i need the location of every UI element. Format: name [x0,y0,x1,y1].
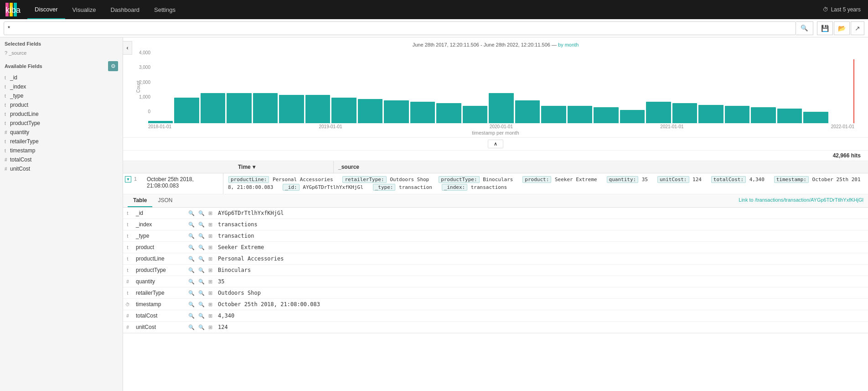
chart-bar[interactable] [725,106,749,123]
detail-filter-exclude-btn[interactable]: 🔍 [197,221,206,228]
detail-filter-include-btn[interactable]: 🔍 [187,290,196,297]
share-button[interactable]: ↗ [851,21,864,35]
chart-collapse-button[interactable]: ∧ [488,140,503,148]
detail-table: t _id 🔍 🔍 ⊞ AYGp6TDrTtlhYxfKHjGl t _inde… [123,208,868,333]
sidebar-field-productType[interactable]: tproductType [0,119,123,128]
sidebar-field-_index[interactable]: t_index [0,82,123,91]
chart-bar[interactable] [384,100,408,123]
nav-dashboard[interactable]: Dashboard [103,0,147,19]
sidebar-field-productLine[interactable]: tproductLine [0,109,123,119]
detail-filter-exclude-btn[interactable]: 🔍 [197,255,206,262]
detail-filter-exclude-btn[interactable]: 🔍 [197,301,206,308]
field-name-label: _id [10,74,17,81]
search-input[interactable] [4,21,796,35]
search-button[interactable]: 🔍 [796,21,813,35]
detail-filter-include-btn[interactable]: 🔍 [187,221,196,228]
detail-toggle-column-btn[interactable]: ⊞ [207,313,214,319]
sidebar-field-_type[interactable]: t_type [0,91,123,100]
sidebar-field-retailerType[interactable]: tretailerType [0,137,123,146]
sidebar-field-quantity[interactable]: #quantity [0,128,123,137]
chart-bar[interactable] [541,106,566,123]
chart-bar[interactable] [698,105,723,123]
detail-link[interactable]: Link to /transactions/transaction/AYGp6T… [739,194,863,207]
sidebar-field-totalCost[interactable]: #totalCost [0,155,123,164]
tab-table[interactable]: Table [128,194,152,207]
nav-settings[interactable]: Settings [147,0,183,19]
detail-filter-exclude-btn[interactable]: 🔍 [197,278,206,285]
detail-filter-exclude-btn[interactable]: 🔍 [197,313,206,319]
detail-filter-exclude-btn[interactable]: 🔍 [197,324,206,331]
detail-filter-include-btn[interactable]: 🔍 [187,255,196,262]
detail-filter-include-btn[interactable]: 🔍 [187,301,196,308]
load-button[interactable]: 📂 [834,21,850,35]
chart-collapse-area: ∧ [123,138,868,151]
detail-filter-exclude-btn[interactable]: 🔍 [197,233,206,240]
sidebar-field-unitCost[interactable]: #unitCost [0,164,123,173]
sidebar-field-_id[interactable]: t_id [0,73,123,82]
detail-filter-exclude-btn[interactable]: 🔍 [197,244,206,251]
detail-toggle-column-btn[interactable]: ⊞ [207,244,214,251]
chart-bar[interactable] [436,103,461,123]
chart-bar[interactable] [463,106,487,123]
chart-bar[interactable] [253,93,278,123]
chart-bar[interactable] [148,121,173,123]
chart-bar[interactable] [646,102,671,123]
detail-toggle-column-btn[interactable]: ⊞ [207,278,214,285]
detail-toggle-column-btn[interactable]: ⊞ [207,324,214,331]
fields-settings-button[interactable]: ⚙ [108,61,118,71]
chart-bar[interactable] [515,100,540,123]
detail-filter-include-btn[interactable]: 🔍 [187,233,196,240]
chart-bar[interactable] [305,95,330,123]
save-button[interactable]: 💾 [817,21,833,35]
detail-toggle-column-btn[interactable]: ⊞ [207,210,214,217]
chart-bar[interactable] [803,112,828,123]
chart-bar[interactable] [751,107,775,123]
source-field[interactable]: ? _source [0,48,123,57]
detail-filter-include-btn[interactable]: 🔍 [187,267,196,274]
detail-field-name: productType [132,265,187,276]
chart-bar[interactable] [672,103,697,123]
chart-bar[interactable] [568,106,592,123]
nav-visualize[interactable]: Visualize [65,0,103,19]
time-range-badge[interactable]: ⏱ Last 5 years [816,6,868,13]
detail-toggle-column-btn[interactable]: ⊞ [207,255,214,262]
detail-toggle-column-btn[interactable]: ⊞ [207,290,214,297]
chart-bar[interactable] [594,107,618,123]
detail-filter-include-btn[interactable]: 🔍 [187,210,196,217]
detail-filter-exclude-btn[interactable]: 🔍 [197,210,206,217]
by-month-link[interactable]: by month [558,42,579,47]
nav-discover[interactable]: Discover [27,0,65,19]
chart-bar[interactable] [489,93,513,123]
detail-toggle-column-btn[interactable]: ⊞ [207,267,214,274]
detail-toggle-column-btn[interactable]: ⊞ [207,301,214,308]
chart-bar[interactable] [201,93,225,123]
chart-bar[interactable] [410,102,435,123]
detail-filter-include-btn[interactable]: 🔍 [187,324,196,331]
field-type-icon: # [5,130,8,135]
chart-bar[interactable] [358,99,382,123]
detail-toggle-column-btn[interactable]: ⊞ [207,221,214,228]
chart-bar[interactable] [279,95,304,123]
detail-value: transactions [214,219,868,230]
sidebar-field-product[interactable]: tproduct [0,100,123,109]
detail-filter-include-btn[interactable]: 🔍 [187,278,196,285]
chart-bar[interactable] [174,98,199,123]
results-header: 42,966 hits [123,151,868,161]
row-expand-button[interactable]: ▼ [123,173,133,194]
detail-filter-include-btn[interactable]: 🔍 [187,313,196,319]
collapse-sidebar-button[interactable]: ‹ [123,41,132,55]
chart-bar[interactable] [777,109,802,123]
chart-area: June 28th 2017, 12:20:11.506 - June 28th… [123,37,868,138]
detail-filter-exclude-btn[interactable]: 🔍 [197,267,206,274]
chart-bar[interactable] [620,110,645,123]
field-type-icon: t [5,139,8,144]
data-row-main[interactable]: ▼ 1 October 25th 2018, 21:08:00.083 prod… [123,173,868,194]
detail-toggle-column-btn[interactable]: ⊞ [207,233,214,240]
chart-bar[interactable] [227,93,251,123]
col-time-header[interactable]: Time ▾ [233,161,334,173]
tab-json[interactable]: JSON [152,194,178,207]
detail-filter-include-btn[interactable]: 🔍 [187,244,196,251]
detail-filter-exclude-btn[interactable]: 🔍 [197,290,206,297]
chart-bar[interactable] [331,98,356,123]
sidebar-field-timestamp[interactable]: ttimestamp [0,146,123,155]
